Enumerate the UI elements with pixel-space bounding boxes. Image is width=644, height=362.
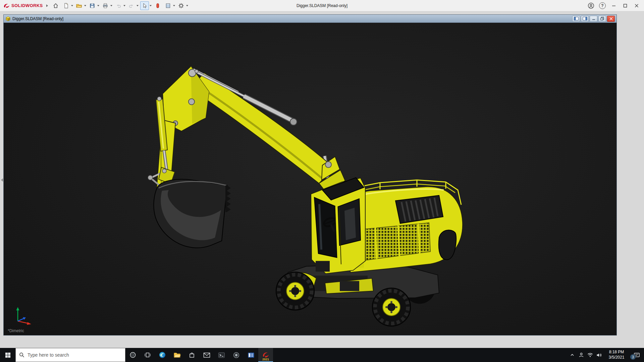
undo-button[interactable] xyxy=(114,1,123,10)
app-titlebar: SOLIDWORKS xyxy=(0,0,644,11)
document-window-controls xyxy=(572,16,615,22)
file-explorer-icon xyxy=(173,352,181,358)
graphics-viewport[interactable]: *Dimetric xyxy=(4,23,616,335)
print-button[interactable] xyxy=(101,1,110,10)
action-center-button[interactable]: 3 xyxy=(629,348,644,362)
close-icon xyxy=(635,4,639,8)
assembly-icon xyxy=(5,16,11,21)
mail-button[interactable] xyxy=(199,348,214,362)
maximize-icon xyxy=(623,4,627,8)
open-folder-icon xyxy=(76,3,82,9)
app-window-controls: ? xyxy=(586,1,642,11)
cortana-icon xyxy=(129,352,136,358)
network-tray-button[interactable] xyxy=(586,348,595,362)
solidworks-taskbar-button[interactable]: 2021 xyxy=(258,348,273,362)
toolbar-expander-icon[interactable] xyxy=(46,4,48,7)
store-icon xyxy=(189,352,195,358)
task-view-button[interactable] xyxy=(140,348,155,362)
task-view-icon xyxy=(144,352,151,358)
chevron-up-icon xyxy=(570,353,575,357)
people-tray-button[interactable] xyxy=(577,348,586,362)
taskbar-search[interactable] xyxy=(15,348,125,362)
clock-date: 3/5/2021 xyxy=(609,355,625,360)
close-button[interactable] xyxy=(631,1,642,11)
doc-minimize-icon xyxy=(592,17,595,20)
dropdown-caret[interactable] xyxy=(84,5,86,6)
options-button[interactable] xyxy=(177,1,185,10)
edge-button[interactable] xyxy=(155,348,170,362)
windows-logo-icon xyxy=(5,352,11,358)
cortana-button[interactable] xyxy=(125,348,140,362)
search-input[interactable] xyxy=(28,352,122,358)
document-properties-button[interactable] xyxy=(164,1,172,10)
mail-icon xyxy=(203,352,210,358)
dropdown-caret[interactable] xyxy=(173,5,175,6)
pane-right-button[interactable] xyxy=(581,16,589,22)
account-button[interactable] xyxy=(586,1,596,11)
terminal-app-button[interactable] xyxy=(214,348,229,362)
volume-tray-button[interactable] xyxy=(595,348,604,362)
select-arrow-icon xyxy=(142,3,148,9)
dropdown-caret[interactable] xyxy=(110,5,112,6)
taskbar: 2021 xyxy=(0,348,644,362)
minimize-button[interactable] xyxy=(608,1,619,11)
tray-expand-button[interactable] xyxy=(568,348,577,362)
document-table-icon xyxy=(165,3,171,9)
taskbar-clock[interactable]: 8:18 PM 3/5/2021 xyxy=(604,348,629,362)
orientation-triad[interactable] xyxy=(12,306,33,326)
select-tool-button[interactable] xyxy=(140,1,149,10)
wifi-icon xyxy=(587,353,593,358)
terminal-app-icon xyxy=(218,352,225,358)
person-icon xyxy=(579,352,584,358)
dropdown-caret[interactable] xyxy=(137,5,139,6)
solidworks-year-badge: 2021 xyxy=(258,358,273,361)
new-document-icon xyxy=(63,3,69,9)
document-titlebar[interactable]: Digger.SLDASM [Read-only] xyxy=(4,15,616,23)
help-button[interactable]: ? xyxy=(597,1,608,11)
circle-app-icon xyxy=(233,352,240,359)
clock-time: 8:18 PM xyxy=(609,350,624,355)
edge-icon xyxy=(159,351,166,359)
open-button[interactable] xyxy=(75,1,84,10)
save-icon xyxy=(89,3,95,9)
pane-left-icon xyxy=(574,17,579,20)
dropdown-caret[interactable] xyxy=(71,5,73,6)
dropdown-caret[interactable] xyxy=(123,5,125,6)
undo-icon xyxy=(115,3,121,9)
print-icon xyxy=(102,3,108,9)
document-window: Digger.SLDASM [Read-only] xyxy=(3,14,617,336)
new-document-button[interactable] xyxy=(62,1,70,10)
screen: SOLIDWORKS xyxy=(0,0,644,362)
excavator-model[interactable] xyxy=(4,23,616,335)
minimize-icon xyxy=(612,4,616,8)
circle-app-button[interactable] xyxy=(229,348,244,362)
featuremanager-collapse-handle[interactable] xyxy=(0,174,4,186)
main-toolbar xyxy=(51,1,189,10)
pane-left-button[interactable] xyxy=(572,16,580,22)
save-button[interactable] xyxy=(88,1,97,10)
dropdown-caret[interactable] xyxy=(186,5,188,6)
start-button[interactable] xyxy=(0,348,15,362)
document-title: Digger.SLDASM [Read-only] xyxy=(12,16,63,21)
file-explorer-button[interactable] xyxy=(170,348,184,362)
brand-name: SOLIDWORKS xyxy=(11,3,43,8)
redo-button[interactable] xyxy=(127,1,136,10)
doc-restore-icon xyxy=(600,17,604,20)
blue-window-app-icon xyxy=(248,352,255,358)
doc-minimize-button[interactable] xyxy=(590,16,597,22)
redo-icon xyxy=(128,3,135,9)
maximize-button[interactable] xyxy=(620,1,631,11)
help-glyph: ? xyxy=(601,3,603,8)
doc-restore-button[interactable] xyxy=(598,16,606,22)
volume-icon xyxy=(596,353,602,358)
system-tray: 8:18 PM 3/5/2021 3 xyxy=(568,348,644,362)
search-icon xyxy=(19,352,24,358)
home-button[interactable] xyxy=(51,1,60,10)
store-button[interactable] xyxy=(184,348,199,362)
dropdown-caret[interactable] xyxy=(150,5,152,6)
xpress-tools-button[interactable] xyxy=(153,1,162,10)
red-pill-icon xyxy=(155,3,160,9)
blue-window-app-button[interactable] xyxy=(244,348,258,362)
dropdown-caret[interactable] xyxy=(97,5,99,6)
doc-close-button[interactable] xyxy=(607,16,615,22)
